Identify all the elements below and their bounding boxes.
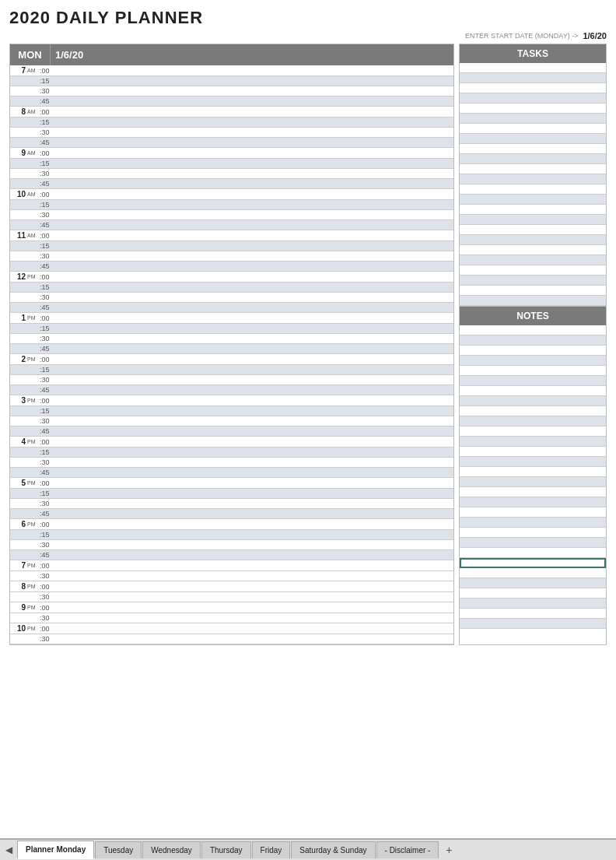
time-row: :15 bbox=[10, 200, 453, 210]
task-row[interactable] bbox=[460, 73, 606, 83]
note-row[interactable] bbox=[460, 386, 606, 396]
time-row: 9 PM :00 bbox=[10, 602, 453, 613]
time-row: :30 bbox=[10, 499, 453, 509]
task-row[interactable] bbox=[460, 265, 606, 276]
task-row[interactable] bbox=[460, 104, 606, 114]
task-row[interactable] bbox=[460, 134, 606, 144]
minute-label: :30 bbox=[40, 458, 57, 466]
task-row[interactable] bbox=[460, 154, 606, 164]
tab-left-arrow-icon[interactable]: ◀ bbox=[0, 844, 17, 855]
minute-label: :45 bbox=[40, 97, 57, 105]
minute-label: :45 bbox=[40, 180, 57, 188]
task-row[interactable] bbox=[460, 296, 606, 306]
time-row: 8 AM :00 bbox=[10, 107, 453, 118]
task-row[interactable] bbox=[460, 225, 606, 235]
note-row[interactable] bbox=[460, 457, 606, 467]
task-row[interactable] bbox=[460, 114, 606, 124]
time-row: 10 PM :00 bbox=[10, 623, 453, 634]
start-date-value: 1/6/20 bbox=[583, 31, 607, 40]
time-row: :15 bbox=[10, 530, 453, 540]
note-row[interactable] bbox=[460, 528, 606, 538]
task-row[interactable] bbox=[460, 83, 606, 93]
main-grid: MON 1/6/20 7 AM :00 :15 :30 :45 bbox=[0, 44, 616, 645]
minute-label: :00 bbox=[40, 438, 57, 446]
time-row: 8 PM :00 bbox=[10, 581, 453, 592]
task-row[interactable] bbox=[460, 63, 606, 73]
task-row[interactable] bbox=[460, 144, 606, 154]
minute-label: :45 bbox=[40, 386, 57, 394]
note-row[interactable] bbox=[460, 366, 606, 376]
hour-number: 5 bbox=[10, 479, 27, 487]
note-row[interactable] bbox=[460, 477, 606, 487]
note-row[interactable] bbox=[460, 426, 606, 437]
tab-planner-monday[interactable]: Planner Monday bbox=[17, 841, 94, 859]
task-row[interactable] bbox=[460, 195, 606, 205]
task-row[interactable] bbox=[460, 255, 606, 265]
note-row[interactable] bbox=[460, 497, 606, 507]
minute-label: :15 bbox=[40, 283, 57, 291]
minute-label: :45 bbox=[40, 221, 57, 229]
note-row[interactable] bbox=[460, 396, 606, 406]
note-row[interactable] bbox=[460, 356, 606, 366]
task-row[interactable] bbox=[460, 286, 606, 296]
note-row[interactable] bbox=[460, 598, 606, 609]
note-row[interactable] bbox=[460, 467, 606, 477]
note-row[interactable] bbox=[460, 416, 606, 426]
task-row[interactable] bbox=[460, 184, 606, 195]
time-row: :30 bbox=[10, 128, 453, 138]
tab-thursday[interactable]: Thursday bbox=[201, 841, 251, 858]
minute-label: :30 bbox=[40, 252, 57, 260]
tab-saturday-sunday[interactable]: Saturday & Sunday bbox=[291, 841, 375, 858]
task-row[interactable] bbox=[460, 174, 606, 184]
task-row[interactable] bbox=[460, 124, 606, 134]
tab-tuesday[interactable]: Tuesday bbox=[95, 841, 142, 858]
task-row[interactable] bbox=[460, 164, 606, 174]
minute-label: :00 bbox=[40, 562, 57, 570]
time-row: 6 PM :00 bbox=[10, 519, 453, 530]
task-row[interactable] bbox=[460, 205, 606, 215]
note-row[interactable] bbox=[460, 578, 606, 588]
minute-label: :00 bbox=[40, 397, 57, 405]
note-row[interactable] bbox=[460, 538, 606, 548]
add-tab-button[interactable]: + bbox=[441, 844, 457, 856]
time-row: :30 bbox=[10, 86, 453, 97]
note-row[interactable] bbox=[460, 518, 606, 528]
note-row[interactable] bbox=[460, 447, 606, 457]
note-row[interactable] bbox=[460, 548, 606, 558]
note-row[interactable] bbox=[460, 568, 606, 578]
time-row: :45 bbox=[10, 385, 453, 395]
page-title: 2020 DAILY PLANNER bbox=[0, 0, 616, 31]
note-row[interactable] bbox=[460, 346, 606, 356]
tab-disclaimer[interactable]: - Disclaimer - bbox=[376, 841, 439, 858]
note-row-highlighted[interactable] bbox=[460, 558, 606, 568]
note-row[interactable] bbox=[460, 406, 606, 416]
time-row: :15 bbox=[10, 241, 453, 251]
note-row[interactable] bbox=[460, 376, 606, 386]
day-label: MON bbox=[10, 44, 51, 65]
time-row: :15 bbox=[10, 489, 453, 499]
task-row[interactable] bbox=[460, 215, 606, 225]
note-row[interactable] bbox=[460, 588, 606, 598]
time-row: 10 AM :00 bbox=[10, 189, 453, 200]
note-row[interactable] bbox=[460, 325, 606, 335]
task-row[interactable] bbox=[460, 93, 606, 104]
note-row[interactable] bbox=[460, 437, 606, 447]
note-row[interactable] bbox=[460, 335, 606, 346]
time-row: :45 bbox=[10, 303, 453, 313]
minute-label: :00 bbox=[40, 521, 57, 528]
note-row[interactable] bbox=[460, 487, 606, 497]
time-row: :15 bbox=[10, 406, 453, 416]
minute-label: :00 bbox=[40, 108, 57, 116]
time-row: :30 bbox=[10, 613, 453, 623]
minute-label: :15 bbox=[40, 77, 57, 85]
schedule-column: MON 1/6/20 7 AM :00 :15 :30 :45 bbox=[9, 44, 454, 645]
note-row[interactable] bbox=[460, 609, 606, 619]
note-row[interactable] bbox=[460, 507, 606, 518]
task-row[interactable] bbox=[460, 276, 606, 286]
minute-label: :30 bbox=[40, 376, 57, 384]
tab-friday[interactable]: Friday bbox=[252, 841, 291, 858]
note-row[interactable] bbox=[460, 619, 606, 629]
task-row[interactable] bbox=[460, 245, 606, 255]
task-row[interactable] bbox=[460, 235, 606, 245]
tab-wednesday[interactable]: Wednesday bbox=[142, 841, 201, 858]
